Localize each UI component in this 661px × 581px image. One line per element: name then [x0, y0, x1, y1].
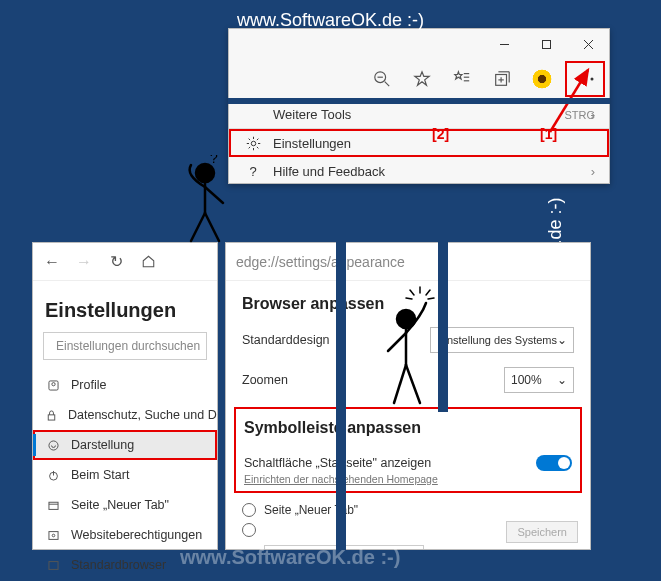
settings-sidebar-panel: ← → ↻ Einstellungen Einstellungen durchs…: [32, 242, 218, 550]
marker-2: [2]: [432, 126, 449, 142]
svg-rect-1: [542, 40, 550, 48]
svg-line-48: [426, 290, 430, 295]
chevron-down-icon: ⌄: [557, 373, 567, 387]
back-icon[interactable]: ←: [43, 253, 61, 271]
stick-figure-thinking: ?: [165, 155, 245, 255]
sidebar-item-label: Darstellung: [71, 438, 134, 452]
svg-line-5: [385, 81, 390, 86]
svg-line-44: [394, 365, 406, 403]
sidebar-item-label: Standardbrowser: [71, 558, 166, 572]
svg-point-20: [251, 141, 256, 146]
svg-line-50: [428, 298, 434, 299]
permissions-icon: [45, 529, 61, 542]
svg-marker-8: [455, 71, 462, 78]
svg-rect-26: [48, 414, 55, 419]
forward-icon: →: [75, 253, 93, 271]
svg-line-38: [191, 213, 205, 241]
svg-line-49: [406, 298, 412, 299]
tab-icon: [45, 499, 61, 512]
favorites-list-icon[interactable]: [445, 62, 479, 96]
sidebar-item-newtab[interactable]: Seite „Neuer Tab": [33, 490, 217, 520]
sidebar-item-onstart[interactable]: Beim Start: [33, 460, 217, 490]
svg-rect-30: [48, 502, 57, 509]
svg-line-47: [410, 290, 414, 295]
profile-icon: [45, 379, 61, 392]
sidebar-item-privacy[interactable]: Datenschutz, Suche und Dienste: [33, 400, 217, 430]
watermark-top: www.SoftwareOK.de :-): [237, 10, 424, 31]
help-icon: ?: [243, 164, 263, 179]
minimize-button[interactable]: [483, 29, 525, 59]
sidebar-title: Einstellungen: [33, 281, 217, 332]
zoom-label: Zoomen: [242, 373, 288, 387]
marker-1: [1]: [540, 126, 557, 142]
menu-label: Einstellungen: [273, 136, 351, 151]
refresh-icon[interactable]: ↻: [107, 252, 125, 271]
sidebar-item-label: Websiteberechtigungen: [71, 528, 202, 542]
svg-point-35: [196, 164, 214, 182]
menu-item-help[interactable]: ? Hilfe und Feedback ›: [229, 157, 609, 185]
close-button[interactable]: [567, 29, 609, 59]
svg-line-37: [205, 187, 223, 203]
sidebar-item-appearance[interactable]: Darstellung: [33, 430, 217, 460]
lock-icon: [45, 409, 58, 422]
maximize-button[interactable]: [525, 29, 567, 59]
chevron-down-icon: ⌄: [557, 333, 567, 347]
svg-line-45: [406, 365, 420, 403]
watermark-bottom: www.SoftwareOK.de :-): [180, 546, 400, 569]
zoom-out-icon[interactable]: [365, 62, 399, 96]
svg-marker-7: [415, 71, 429, 85]
sidebar-item-label: Beim Start: [71, 468, 129, 482]
svg-rect-32: [48, 531, 57, 539]
overlay-bar: [228, 98, 610, 104]
stick-figure-idea: [370, 285, 450, 425]
overlay-bar: [336, 242, 346, 550]
favorite-star-icon[interactable]: [405, 62, 439, 96]
theme-label: Standarddesign: [242, 333, 330, 347]
radio-newtab-row[interactable]: Seite „Neuer Tab": [242, 503, 574, 517]
radio-icon: [242, 503, 256, 517]
appearance-icon: [45, 439, 61, 452]
address-bar[interactable]: edge://settings/appearance: [226, 243, 590, 281]
search-placeholder: Einstellungen durchsuchen: [56, 339, 200, 353]
menu-label: Hilfe und Feedback: [273, 164, 385, 179]
radio-icon: [242, 523, 256, 537]
home-button-toggle[interactable]: [536, 455, 572, 471]
sidebar-item-label: Seite „Neuer Tab": [71, 498, 169, 512]
chevron-right-icon: ›: [591, 164, 595, 179]
svg-point-25: [51, 382, 54, 385]
svg-rect-34: [48, 561, 57, 569]
save-button[interactable]: Speichern: [506, 521, 578, 543]
svg-text:?: ?: [210, 155, 218, 166]
power-icon: [45, 469, 61, 482]
theme-dropdown[interactable]: Einstellung des Systems ⌄: [430, 327, 574, 353]
browser-icon: [45, 559, 61, 572]
settings-search-input[interactable]: Einstellungen durchsuchen: [43, 332, 207, 360]
dropdown-value: Einstellung des Systems: [437, 334, 557, 346]
titlebar: [229, 29, 609, 59]
gear-icon: [243, 136, 263, 151]
svg-point-27: [48, 440, 57, 449]
sidebar-item-label: Datenschutz, Suche und Dienste: [68, 408, 217, 422]
home-button-row: Schaltfläche „Startseite" anzeigen: [244, 455, 572, 471]
sidebar-item-profile[interactable]: Profile: [33, 370, 217, 400]
zoom-dropdown[interactable]: 100% ⌄: [504, 367, 574, 393]
svg-line-39: [205, 213, 219, 241]
url-text: edge://settings/appearance: [236, 254, 405, 270]
home-sub-link[interactable]: Einrichten der nachstehenden Homepage: [244, 473, 572, 485]
dropdown-value: 100%: [511, 373, 542, 387]
svg-line-43: [388, 333, 406, 351]
home-icon[interactable]: [139, 254, 157, 269]
menu-label: Weitere Tools: [273, 107, 351, 122]
sidebar-item-label: Profile: [71, 378, 106, 392]
svg-point-33: [52, 534, 55, 537]
